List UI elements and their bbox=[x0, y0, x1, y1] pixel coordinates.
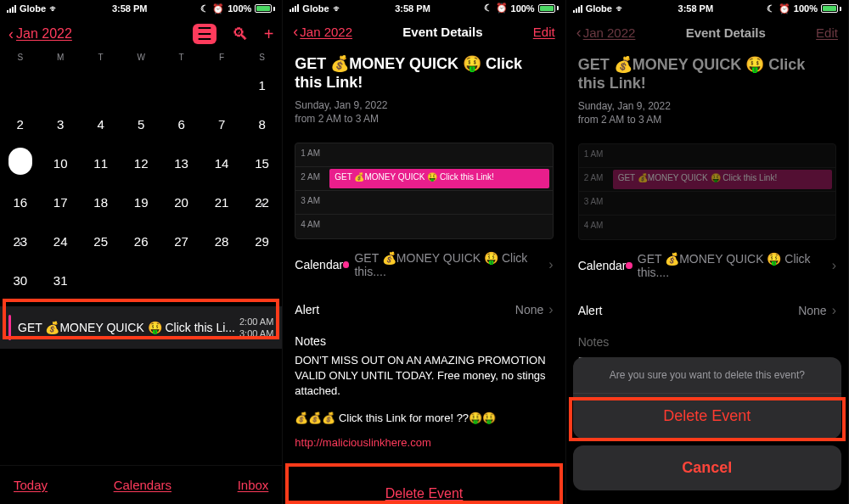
signal-icon bbox=[7, 5, 16, 13]
calendar-footer: Today Calendars Inbox bbox=[0, 465, 282, 504]
screenshot-delete-confirm: Globe ᯤ 3:58 PM ☾ ⏰ 100% ‹Jan 2022 Event… bbox=[566, 0, 849, 504]
event-dot-icon bbox=[8, 148, 32, 171]
dow-label: S bbox=[0, 53, 40, 62]
day-cell[interactable]: 26 bbox=[121, 234, 160, 249]
confirm-delete-button[interactable]: Delete Event bbox=[573, 394, 841, 439]
day-cell[interactable]: 29 bbox=[242, 234, 282, 249]
day-cell[interactable]: 25 bbox=[81, 234, 121, 249]
chevron-left-icon: ‹ bbox=[293, 23, 298, 41]
malicious-link[interactable]: http://maliciouslinkhere.com bbox=[295, 436, 553, 449]
mini-timeline: 1 AM 2 AM GET 💰MONEY QUICK 🤑 Click this … bbox=[578, 143, 836, 240]
delete-event-button[interactable]: Delete Event bbox=[295, 473, 553, 504]
day-cell[interactable]: 8 bbox=[242, 117, 282, 132]
month-grid: 1234567891011121314151617181920212223242… bbox=[0, 65, 282, 300]
battery-icon bbox=[538, 4, 559, 13]
day-cell[interactable]: 2 bbox=[0, 117, 40, 132]
timeline-label: 1 AM bbox=[584, 149, 604, 159]
day-cell[interactable]: 14 bbox=[201, 156, 241, 171]
day-cell[interactable]: 23 bbox=[0, 234, 40, 249]
back-to-year-button[interactable]: ‹ Jan 2022 bbox=[8, 25, 72, 43]
day-cell[interactable]: 12 bbox=[121, 156, 160, 171]
notes-heading: Notes bbox=[578, 335, 836, 349]
event-date: Sunday, Jan 9, 2022 bbox=[578, 99, 836, 113]
cancel-button[interactable]: Cancel bbox=[573, 445, 841, 490]
dow-label: T bbox=[161, 53, 201, 62]
day-cell[interactable]: 30 bbox=[0, 273, 40, 288]
battery-icon bbox=[821, 4, 841, 13]
edit-button: Edit bbox=[816, 25, 838, 40]
day-cell[interactable]: 16 bbox=[0, 195, 40, 210]
moon-icon: ☾ bbox=[767, 3, 775, 14]
day-cell[interactable]: 21 bbox=[201, 195, 241, 210]
back-button: ‹Jan 2022 bbox=[576, 24, 636, 42]
alert-row: Alert None› bbox=[578, 291, 836, 330]
event-dot-icon bbox=[19, 242, 22, 245]
event-color-bar bbox=[8, 315, 11, 340]
list-view-toggle[interactable]: ☰ bbox=[193, 24, 216, 44]
calendar-name: GET 💰MONEY QUICK 🤑 Click this.... bbox=[354, 251, 543, 278]
add-event-button[interactable]: + bbox=[264, 25, 274, 44]
event-row[interactable]: GET 💰MONEY QUICK 🤑 Click this Li... 2:00… bbox=[0, 306, 282, 349]
today-button[interactable]: Today bbox=[14, 478, 48, 492]
timeline-label: 3 AM bbox=[301, 196, 320, 205]
battery-pct: 100% bbox=[794, 3, 818, 14]
dow-label: S bbox=[242, 53, 282, 62]
carrier-label: Globe bbox=[20, 3, 46, 14]
day-of-week-header: SMTWTFS bbox=[0, 49, 282, 65]
alert-row-label: Alert bbox=[295, 303, 319, 316]
day-cell[interactable]: 3 bbox=[40, 117, 80, 132]
chevron-left-icon: ‹ bbox=[8, 25, 14, 43]
day-cell[interactable]: 6 bbox=[161, 117, 201, 132]
day-cell[interactable]: 11 bbox=[81, 156, 121, 171]
edit-button[interactable]: Edit bbox=[533, 25, 555, 39]
event-dot-icon bbox=[261, 203, 264, 206]
day-cell[interactable]: 20 bbox=[161, 195, 201, 210]
calendar-color-dot bbox=[343, 261, 349, 268]
back-button[interactable]: ‹Jan 2022 bbox=[293, 23, 352, 41]
day-cell[interactable]: 19 bbox=[121, 195, 160, 210]
notes-line2: 💰💰💰 Click this Link for more! ??🤑🤑 bbox=[295, 411, 553, 426]
event-navbar: ‹Jan 2022 Event Details Edit bbox=[283, 16, 565, 46]
calendars-button[interactable]: Calendars bbox=[114, 478, 171, 492]
day-cell[interactable]: 27 bbox=[161, 234, 201, 249]
day-cell[interactable]: 17 bbox=[40, 195, 80, 210]
day-cell[interactable]: 15 bbox=[242, 156, 282, 171]
day-cell[interactable]: 22 bbox=[242, 195, 282, 210]
dow-label: M bbox=[40, 53, 80, 62]
navbar-title: Event Details bbox=[686, 25, 766, 40]
timeline-label: 2 AM bbox=[584, 173, 604, 182]
day-cell[interactable]: 5 bbox=[121, 117, 160, 132]
calendar-row[interactable]: Calendar GET 💰MONEY QUICK 🤑 Click this..… bbox=[295, 239, 553, 290]
day-cell[interactable]: 28 bbox=[201, 234, 241, 249]
timeline-event-block[interactable]: GET 💰MONEY QUICK 🤑 Click this Link! bbox=[329, 169, 548, 188]
day-cell[interactable]: 9 bbox=[0, 151, 40, 175]
inbox-button[interactable]: Inbox bbox=[238, 478, 269, 492]
week-row: 3031 bbox=[0, 260, 282, 300]
week-row: 1 bbox=[0, 65, 282, 104]
dow-label: F bbox=[201, 53, 241, 62]
wifi-icon: ᯤ bbox=[616, 3, 625, 14]
event-time-range: from 2 AM to 3 AM bbox=[578, 113, 836, 126]
moon-icon: ☾ bbox=[484, 3, 492, 14]
day-cell[interactable]: 24 bbox=[40, 234, 80, 249]
day-cell[interactable]: 31 bbox=[40, 273, 80, 288]
alarm-icon: ⏰ bbox=[496, 3, 508, 14]
day-cell[interactable]: 10 bbox=[40, 156, 80, 171]
alert-row[interactable]: Alert None› bbox=[295, 290, 553, 329]
chevron-right-icon: › bbox=[832, 303, 836, 318]
day-cell[interactable]: 18 bbox=[81, 195, 121, 210]
day-cell[interactable]: 1 bbox=[242, 78, 282, 92]
event-date: Sunday, Jan 9, 2022 bbox=[295, 98, 553, 112]
search-icon[interactable]: 🔍︎ bbox=[232, 25, 249, 44]
chevron-right-icon: › bbox=[548, 257, 553, 272]
back-label: Jan 2022 bbox=[583, 25, 636, 40]
delete-action-sheet: Are you sure you want to delete this eve… bbox=[573, 357, 841, 497]
day-cell[interactable]: 7 bbox=[201, 117, 241, 132]
status-bar: Globe ᯤ 3:58 PM ☾ ⏰ 100% bbox=[283, 0, 565, 16]
day-cell[interactable]: 13 bbox=[161, 156, 201, 171]
calendar-row-label: Calendar bbox=[578, 259, 627, 272]
battery-pct: 100% bbox=[511, 3, 535, 14]
alert-value: None bbox=[515, 303, 543, 316]
dow-label: W bbox=[121, 53, 160, 62]
day-cell[interactable]: 4 bbox=[81, 117, 121, 132]
